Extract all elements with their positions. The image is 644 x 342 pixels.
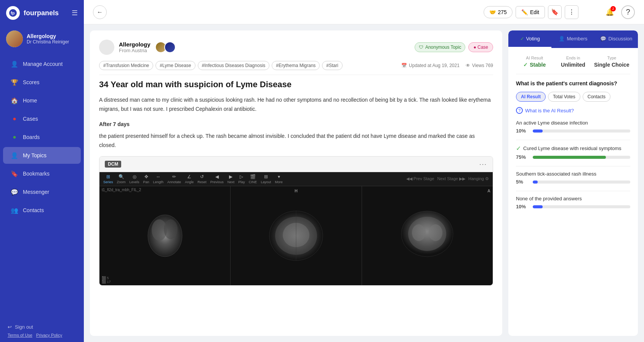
dcm-filename: t1_fl2d_tra_mbh_FIL_2	[102, 188, 141, 192]
tab-members[interactable]: 👤 Members	[551, 30, 594, 48]
help-button[interactable]: ?	[621, 5, 635, 19]
dcm-prev-stage[interactable]: ◀◀ Prev Stage	[406, 176, 434, 181]
dcm-tool-annotate[interactable]: ✏Annotate	[167, 174, 181, 184]
vote-icon: 🤝	[489, 9, 496, 15]
mri-head-axial-visual	[258, 201, 334, 270]
dcm-tool-prev[interactable]: ◀Previous	[210, 174, 224, 184]
filter-ai-result[interactable]: AI Result	[516, 92, 546, 102]
vote-bar-4	[533, 205, 543, 208]
app-logo: fp	[6, 6, 20, 20]
dcm-tool-layout[interactable]: ⊞Layout	[261, 174, 271, 184]
more-dots-icon: ⋮	[569, 8, 575, 16]
specialty-info: Allergology From Austria	[119, 41, 151, 53]
vote-label-2: Cured Lyme disease with residual symptom…	[523, 145, 621, 151]
filter-contacts[interactable]: Contacts	[583, 92, 610, 102]
dcm-tool-cine[interactable]: 🎬CINE	[249, 174, 257, 184]
user-profile: Allergology Dr Christina Reiniger	[0, 26, 84, 52]
vote-bar-container-1	[533, 129, 630, 133]
dcm-tool-pan[interactable]: ✥Pan	[143, 174, 149, 184]
vote-pct-4: 10%	[516, 204, 530, 209]
tab-discussion[interactable]: 💬 Discussion	[595, 30, 638, 48]
sidebar-item-cases[interactable]: ● Cases	[3, 110, 81, 127]
tag-item[interactable]: #Infectious Diseases Diagnosis	[198, 61, 270, 70]
dcm-tool-more[interactable]: ▾More	[275, 174, 283, 184]
dcm-series-info: ⬛ 5 ⬛ 17	[102, 276, 111, 284]
panel-body: AI Result ✓ Stable Ends in Unlimited Typ…	[508, 48, 638, 336]
dcm-images: t1_fl2d_tra_mbh_FIL_2 ⬛ 5 ⬛ 17	[99, 186, 493, 285]
panel-tabs: ✓ Voting 👤 Members 💬 Discussion	[508, 30, 638, 48]
sidebar-item-boards[interactable]: ● Boards	[3, 129, 81, 145]
sidebar-item-label: My Topics	[23, 152, 46, 158]
dcm-label-h: H	[295, 189, 298, 193]
back-button[interactable]: ←	[93, 5, 107, 19]
voting-meta: AI Result ✓ Stable Ends in Unlimited Typ…	[516, 56, 630, 74]
vote-divider-1	[516, 140, 630, 140]
dcm-tool-angle[interactable]: ∠Angle	[185, 174, 194, 184]
tag-item[interactable]: #Erythema Migrans	[272, 61, 320, 70]
eye-icon: 👁	[466, 63, 470, 68]
sidebar-item-bookmarks[interactable]: 🔖 Bookmarks	[3, 165, 81, 182]
section-title: After 7 days	[99, 120, 493, 129]
sidebar-item-messenger[interactable]: 💬 Messenger	[3, 184, 81, 200]
stable-check-icon: ✓	[523, 62, 528, 68]
bookmark-button[interactable]: 🔖	[548, 5, 562, 19]
dcm-hanging[interactable]: Hanging ⚙	[468, 176, 489, 181]
dcm-more-button[interactable]: ⋯	[479, 160, 487, 169]
more-button[interactable]: ⋮	[565, 5, 578, 19]
vote-bar-container-2	[533, 156, 630, 159]
dcm-tool-reset[interactable]: ↺Reset	[197, 174, 207, 184]
ai-result-link[interactable]: ? What is the AI Result?	[516, 107, 630, 114]
vote-divider-3	[516, 191, 630, 191]
question-title: What is the patient's current diagnosis?	[516, 80, 630, 86]
article-title: 34 Year old man with suspicion of Lyme D…	[99, 80, 493, 89]
dcm-tool-play[interactable]: ▷Play	[238, 174, 245, 184]
dcm-tool-zoom[interactable]: 🔍Zoom	[117, 174, 126, 184]
vote-label-4: None of the provided answers	[516, 196, 630, 201]
vote-bar-2	[533, 156, 606, 159]
vote-bar-3	[533, 181, 538, 184]
svg-point-17	[429, 224, 442, 241]
sidebar-item-manage-account[interactable]: 👤 Manage Account	[3, 56, 81, 72]
vote-label-1: An active Lyme disease infection	[516, 120, 630, 126]
dcm-tool-length[interactable]: ↔Length	[153, 174, 164, 184]
menu-icon[interactable]: ☰	[72, 9, 78, 17]
tag-item[interactable]: #Stari	[322, 61, 342, 70]
home-icon: 🏠	[11, 97, 18, 104]
sidebar-item-scores[interactable]: 🏆 Scores	[3, 74, 81, 91]
shield-icon: 🛡	[419, 45, 423, 50]
filter-total-votes[interactable]: Total Votes	[548, 92, 580, 102]
dcm-tool-series[interactable]: ⊞Series	[103, 174, 113, 184]
topbar-actions: 🤝 275 ✏️ Edit 🔖 ⋮	[484, 5, 578, 19]
dcm-tool-next[interactable]: ▶Next	[227, 174, 235, 184]
edit-button[interactable]: ✏️ Edit	[516, 6, 545, 18]
profile-name: Allergology	[27, 33, 69, 39]
terms-link[interactable]: Terms of Use	[8, 333, 32, 337]
notification-button[interactable]: 🔔 2	[603, 5, 617, 19]
vote-button[interactable]: 🤝 275	[484, 6, 513, 18]
boards-icon: ●	[11, 133, 18, 141]
dcm-tool-levels[interactable]: ◎Levels	[130, 174, 139, 184]
tags-row: #Transfusion Medicine #Lyme Disease #Inf…	[99, 61, 493, 70]
tag-item[interactable]: #Lyme Disease	[155, 61, 195, 70]
sidebar-item-contacts[interactable]: 👥 Contacts	[3, 202, 81, 219]
signout-label: Sign out	[15, 324, 33, 330]
vote-result-1: An active Lyme disease infection 10%	[516, 120, 630, 134]
voting-check-icon: ✓	[520, 36, 524, 42]
tab-voting[interactable]: ✓ Voting	[508, 30, 551, 48]
privacy-link[interactable]: Privacy Policy	[36, 333, 62, 337]
sidebar-item-home[interactable]: 🏠 Home	[3, 92, 81, 109]
sidebar-item-label: Contacts	[23, 207, 44, 213]
ends-in-section: Ends in Unlimited	[554, 56, 591, 68]
type-label: Type	[593, 56, 630, 60]
article-body-2: the patient presented himself for a chec…	[99, 132, 493, 150]
dcm-next-stage[interactable]: Next Stage ▶▶	[437, 176, 465, 181]
sidebar-nav: 👤 Manage Account 🏆 Scores 🏠 Home ● Cases…	[0, 52, 84, 320]
svg-text:fp: fp	[11, 11, 15, 15]
footer-links: Terms of Use Privacy Policy	[8, 333, 76, 337]
sidebar-item-my-topics[interactable]: 👤 My Topics	[3, 147, 81, 164]
tag-item[interactable]: #Transfusion Medicine	[99, 61, 153, 70]
sidebar-item-label: Boards	[23, 134, 40, 140]
topbar: ← 🤝 275 ✏️ Edit 🔖 ⋮ 🔔 2 ?	[84, 0, 644, 24]
signout-button[interactable]: ↩ Sign out	[8, 324, 76, 330]
sidebar-item-label: Manage Account	[23, 61, 62, 67]
